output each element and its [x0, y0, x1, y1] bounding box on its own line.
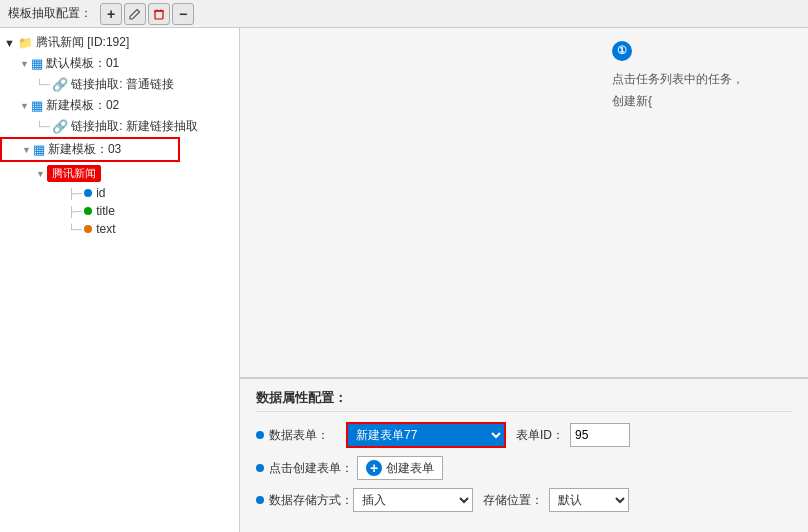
toolbar-label: 模板抽取配置：: [8, 5, 92, 22]
config-row-storage: 数据存储方式： 插入 更新 插入或更新 存储位置： 默认 自定义: [256, 488, 792, 512]
tree-link-01[interactable]: └─ 🔗 链接抽取: 普通链接: [0, 74, 239, 95]
tree-link-02[interactable]: └─ 🔗 链接抽取: 新建链接抽取: [0, 116, 239, 137]
delete-icon: [153, 8, 165, 20]
create-table-button[interactable]: + 创建表单: [357, 456, 443, 480]
hint-line2: 创建新{: [612, 91, 792, 113]
template02-icon: ▦: [31, 98, 43, 113]
content-area: ▼ 📁 腾讯新闻 [ID:192] ▼ ▦ 默认模板：01 └─ 🔗 链接抽取:…: [0, 28, 808, 532]
tree-link-02-label: 链接抽取: 新建链接抽取: [71, 118, 198, 135]
template03-expand-icon: ▼: [22, 145, 31, 155]
template03-icon: ▦: [33, 142, 45, 157]
connector-01: └─: [36, 79, 50, 90]
entity-expand-icon: ▼: [36, 169, 45, 179]
config-create-label: 点击创建表单：: [256, 460, 353, 477]
storage-select[interactable]: 插入 更新 插入或更新: [353, 488, 473, 512]
svg-rect-0: [155, 11, 163, 19]
right-panel: ① 点击任务列表中的任务， 创建新{ 数据属性配置： 数据表单： 新建表单77: [240, 28, 808, 532]
minus-button[interactable]: −: [172, 3, 194, 25]
edit-icon: [129, 8, 141, 20]
table-bullet-icon: [256, 431, 264, 439]
connector-title: ├─: [68, 206, 82, 217]
connector-id: ├─: [68, 188, 82, 199]
connector-text: └─: [68, 224, 82, 235]
config-title: 数据属性配置：: [256, 389, 792, 412]
config-table-label: 数据表单：: [256, 427, 346, 444]
field-text-dot-icon: [84, 225, 92, 233]
toolbar: 模板抽取配置： + −: [0, 0, 808, 28]
tree-root-label: 腾讯新闻 [ID:192]: [36, 34, 129, 51]
config-row-table: 数据表单： 新建表单77 表单01 表单02 表单ID：: [256, 422, 792, 448]
root-folder-icon: 📁: [18, 36, 33, 50]
create-bullet-icon: [256, 464, 264, 472]
tree-field-title[interactable]: ├─ title: [0, 202, 239, 220]
entity-icon: 腾讯新闻: [47, 165, 101, 182]
config-storage-label: 数据存储方式：: [256, 492, 353, 509]
tree-template-03[interactable]: ▼ ▦ 新建模板：03: [0, 137, 180, 162]
tree-template-03-label: 新建模板：03: [48, 141, 121, 158]
field-title-dot-icon: [84, 207, 92, 215]
storage-pos-select[interactable]: 默认 自定义: [549, 488, 629, 512]
tree-field-id-label: id: [96, 186, 105, 200]
storage-pos-label: 存储位置：: [483, 492, 543, 509]
step-circle: ①: [612, 41, 632, 61]
plus-circle-icon: +: [366, 460, 382, 476]
right-top-area: ① 点击任务列表中的任务， 创建新{: [240, 28, 808, 378]
tree-link-01-label: 链接抽取: 普通链接: [71, 76, 174, 93]
hint-box: ① 点击任务列表中的任务， 创建新{: [612, 40, 792, 112]
hint-line1: 点击任务列表中的任务，: [612, 69, 792, 91]
edit-button[interactable]: [124, 3, 146, 25]
table-id-label: 表单ID：: [516, 427, 564, 444]
left-panel: ▼ 📁 腾讯新闻 [ID:192] ▼ ▦ 默认模板：01 └─ 🔗 链接抽取:…: [0, 28, 240, 532]
tree-template-01-label: 默认模板：01: [46, 55, 119, 72]
table-id-input[interactable]: [570, 423, 630, 447]
tree-field-title-label: title: [96, 204, 115, 218]
connector-02: └─: [36, 121, 50, 132]
template01-expand-icon: ▼: [20, 59, 29, 69]
tree-template-02[interactable]: ▼ ▦ 新建模板：02: [0, 95, 239, 116]
template02-expand-icon: ▼: [20, 101, 29, 111]
link01-icon: 🔗: [52, 77, 68, 92]
root-expand-icon: ▼: [4, 37, 15, 49]
template01-icon: ▦: [31, 56, 43, 71]
tree-field-text-label: text: [96, 222, 115, 236]
field-id-dot-icon: [84, 189, 92, 197]
table-select[interactable]: 新建表单77 表单01 表单02: [346, 422, 506, 448]
add-button[interactable]: +: [100, 3, 122, 25]
tree-template-02-label: 新建模板：02: [46, 97, 119, 114]
main-container: 模板抽取配置： + − ▼ 📁 腾讯新闻 [ID:192]: [0, 0, 808, 532]
link02-icon: 🔗: [52, 119, 68, 134]
tree-entity-tengxun[interactable]: ▼ 腾讯新闻: [0, 163, 239, 184]
config-panel: 数据属性配置： 数据表单： 新建表单77 表单01 表单02 表单ID：: [240, 378, 808, 532]
tree-root[interactable]: ▼ 📁 腾讯新闻 [ID:192]: [0, 32, 239, 53]
tree-template-01[interactable]: ▼ ▦ 默认模板：01: [0, 53, 239, 74]
delete-button[interactable]: [148, 3, 170, 25]
tree-field-id[interactable]: ├─ id: [0, 184, 239, 202]
config-row-create: 点击创建表单： + 创建表单: [256, 456, 792, 480]
tree-field-text[interactable]: └─ text: [0, 220, 239, 238]
storage-bullet-icon: [256, 496, 264, 504]
